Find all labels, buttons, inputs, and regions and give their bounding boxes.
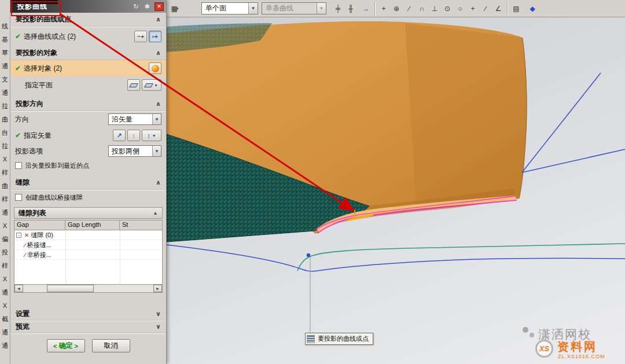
circle-snap-icon[interactable]: ○ [454,3,466,14]
slash-snap-icon[interactable]: ∕ [480,3,491,14]
control-point[interactable] [307,253,310,257]
section-settings[interactable]: 设置 ∨ [10,308,166,321]
select-curve-row[interactable]: ✔ 选择曲线或点 (2) ~+ ▫+ [10,27,166,46]
gap-list-title: 缝隙列表 [19,208,46,218]
reverse-direction-button[interactable]: ↕ [127,130,140,141]
vector-type-combo-button[interactable]: ↕ ▼ [142,130,161,141]
left-toolbar-item[interactable]: 文 [2,73,8,86]
combo-arrow-icon[interactable]: ▼ [248,3,258,14]
direction-value: 沿矢量 [109,115,152,124]
left-toolbar-item[interactable]: 通 [2,326,8,339]
tangent-snap-icon[interactable]: ⊙ [442,3,453,14]
left-toolbar-item[interactable]: 样 [2,166,8,179]
left-toolbar-item[interactable]: X [3,299,7,312]
ok-label: 确定 [59,341,73,351]
collapse-triangle-icon[interactable]: ▲ [153,210,158,216]
left-toolbar-item[interactable]: 草 [2,46,8,60]
bridge-gap-label: 创建曲线以桥接缝隙 [25,193,83,202]
column-header[interactable]: St [120,220,162,230]
section-gaps[interactable]: 缝隙 ∧ [10,176,166,190]
intersection-snap-icon[interactable]: ∕ [403,3,415,14]
reset-icon[interactable]: ↻ [131,2,141,11]
scroll-right-icon[interactable]: ► [153,285,162,292]
left-toolbar-item[interactable]: 基 [2,33,8,46]
gem-icon[interactable]: ◆ [527,3,538,14]
combo-arrow-icon[interactable]: ▼ [152,146,161,156]
left-toolbar-item[interactable]: 通 [2,86,8,100]
point-snap-icon[interactable]: + [467,3,479,14]
left-toolbar-item[interactable]: 通 [2,60,8,73]
table-row[interactable]: ∕ 非桥接... [14,250,162,260]
gap-table[interactable]: Gap Gap Length St - ✕ 缝隙 (0) ∕ 桥接缝... ∕ … [14,220,163,293]
scroll-left-icon[interactable]: ◄ [14,285,23,292]
plane-dialog-button[interactable] [127,79,140,91]
combo-arrow-icon[interactable]: ▼ [152,114,161,124]
curve-rule-combo: 单条曲线 ▼ [262,2,326,14]
left-toolbar-item[interactable]: 曲 [2,113,8,126]
point-pair-icon-2[interactable]: ╫ [345,3,356,14]
scrollbar-track[interactable] [23,285,153,292]
left-toolbar-item[interactable]: 拉 [2,139,8,153]
left-toolbar-item[interactable]: X [3,219,7,233]
chevron-down-icon[interactable]: ∨ [156,310,161,318]
list-icon[interactable]: ▤ [510,3,522,14]
point-constructor-button[interactable]: ▫+ [149,31,161,42]
left-toolbar-item[interactable]: 截 [2,312,8,326]
chevron-up-icon[interactable]: ∧ [156,179,161,186]
face-rule-combo[interactable]: 单个面 ▼ [201,2,258,14]
left-toolbar-item[interactable]: 通 [2,339,8,352]
specify-plane-row[interactable]: 指定平面 ▼ [10,76,166,94]
selection-filter-icon[interactable]: ▦ ▾ [169,3,181,14]
chevron-down-icon[interactable]: ∨ [156,323,161,330]
select-object-row[interactable]: ✔ 选择对象 (2) [10,60,166,76]
column-header[interactable]: Gap [14,220,65,230]
midpoint-snap-icon[interactable]: ⊕ [391,3,402,14]
curve-rule-button[interactable]: ~+ [134,31,147,42]
left-toolbar-item[interactable]: X [3,273,7,286]
left-toolbar-item[interactable]: 线 [2,20,8,33]
close-icon[interactable]: ✕ [155,2,164,11]
direction-combo[interactable]: 沿矢量 ▼ [108,113,161,125]
point-pair-icon[interactable]: ╪ [332,3,344,14]
cancel-button[interactable]: 取消 [92,339,130,352]
expander-icon[interactable]: - [16,233,21,238]
bridge-gap-checkbox[interactable] [15,194,22,201]
projection-option-combo[interactable]: 投影两侧 ▼ [108,145,161,157]
vector-dialog-button[interactable]: ↗ [113,130,126,141]
scrollbar-thumb[interactable] [47,285,94,292]
blue-arrow-icon[interactable]: → [360,3,372,14]
section-preview[interactable]: 预览 ∨ [10,321,166,333]
left-toolbar-item[interactable]: 通 [2,286,8,299]
left-toolbar-item[interactable]: 投 [2,246,8,259]
section-objects-to-project[interactable]: 要投影的对象 ∧ [10,46,166,60]
left-toolbar-item[interactable]: X [3,153,7,166]
selection-ball-button[interactable] [149,62,161,74]
left-toolbar-item[interactable]: 自 [2,126,8,139]
left-toolbar-item[interactable]: 曲 [2,179,8,193]
check-icon: ✔ [15,64,21,72]
chevron-up-icon[interactable]: ∧ [156,100,161,108]
section-projection-direction[interactable]: 投影方向 ∧ [10,97,166,111]
plane-type-combo-button[interactable]: ▼ [142,79,161,91]
ok-button[interactable]: < 确定 > [47,339,85,352]
left-toolbar-item[interactable]: 样 [2,193,8,206]
specify-vector-row[interactable]: ✔ 指定矢量 ↗ ↕ ↕ ▼ [10,127,166,144]
chevron-up-icon[interactable]: ∧ [156,16,161,23]
left-toolbar-item[interactable]: 通 [2,206,8,219]
table-row[interactable]: ∕ 桥接缝... [14,240,162,250]
left-toolbar-item[interactable]: 样 [2,259,8,273]
gap-list-header[interactable]: 缝隙列表 ▲ [14,207,163,219]
chevron-up-icon[interactable]: ∧ [156,49,161,57]
horizontal-scrollbar[interactable]: ◄ ► [14,284,162,292]
gear-icon[interactable]: ✱ [142,2,152,11]
quadrant-snap-icon[interactable]: ⊥ [429,3,440,14]
endpoint-snap-icon[interactable]: + [378,3,389,14]
angle-snap-icon[interactable]: ∠ [492,3,504,14]
column-header[interactable]: Gap Length [65,220,120,230]
table-row[interactable]: - ✕ 缝隙 (0) [14,230,162,240]
left-toolbar-item[interactable]: 拉 [2,100,8,113]
nearest-point-checkbox[interactable] [15,162,22,169]
left-toolbar-item[interactable]: 偏 [2,233,8,246]
curve-rule-value: 单条曲线 [262,3,317,13]
arc-center-snap-icon[interactable]: ∩ [416,3,428,14]
